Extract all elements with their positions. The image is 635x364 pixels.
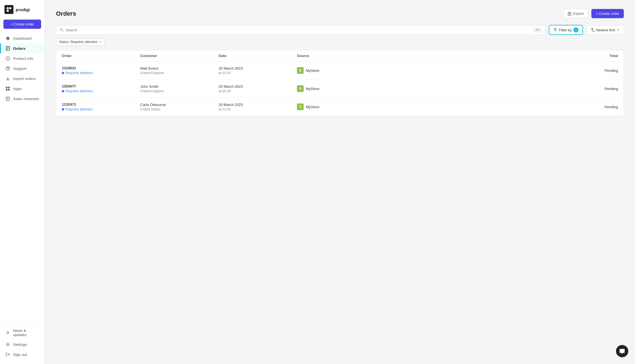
source-cell: S MyStore [297, 85, 358, 92]
sidebar-item-label: Sign out [13, 353, 27, 357]
status-dot [62, 72, 64, 74]
export-button[interactable]: Export [563, 9, 588, 18]
total-cell: Pending [358, 87, 618, 91]
support-icon [5, 66, 10, 71]
sales-icon [5, 96, 10, 101]
col-order: Order [62, 54, 140, 58]
sidebar-nav: Dashboard Orders Product info Support [0, 33, 44, 323]
date-cell: 20 March 2023 at 13:32 [219, 103, 297, 111]
logo-text: prodigi [16, 7, 30, 12]
order-id: 1132471 [62, 102, 140, 107]
sidebar-item-product-info[interactable]: Product info [0, 53, 44, 63]
col-total: Total [358, 54, 618, 58]
table-row[interactable]: 1319031 Requires attention Matt Evans Un… [56, 62, 624, 80]
svg-rect-13 [8, 87, 10, 88]
sidebar-item-apps[interactable]: Apps [0, 84, 44, 94]
order-status: Requires attention [62, 71, 93, 75]
controls-row: ⌘K Filter by 1 Newest first [56, 25, 624, 35]
sidebar-item-settings[interactable]: Settings [0, 339, 44, 349]
customer-cell: John Smith United Kingdom [140, 84, 219, 93]
col-customer: Customer [140, 54, 219, 58]
order-status: Requires attention [62, 107, 93, 111]
sidebar-item-news[interactable]: News & updates [0, 326, 44, 339]
orders-icon [5, 46, 10, 51]
logo: prodigi [0, 0, 44, 17]
news-icon [5, 330, 10, 335]
search-shortcut: ⌘K [533, 28, 542, 32]
chat-fab[interactable] [616, 345, 628, 357]
svg-line-25 [62, 31, 64, 32]
svg-rect-2 [7, 10, 9, 12]
sidebar-item-sign-out[interactable]: Sign out [0, 349, 44, 360]
logo-icon [4, 5, 13, 14]
filter-tag-remove-button[interactable]: × [99, 40, 102, 44]
product-icon [5, 56, 10, 61]
shopify-icon: S [297, 67, 304, 74]
signout-icon [5, 352, 10, 357]
page-title: Orders [56, 10, 76, 17]
table-row[interactable]: 1293677 Requires attention John Smith Un… [56, 80, 624, 98]
col-source: Source [297, 54, 358, 58]
customer-cell: Carla Osbourne United States [140, 103, 219, 111]
sort-button[interactable]: Newest first [586, 25, 624, 35]
customer-cell: Matt Evans United Kingdom [140, 66, 219, 75]
filter-button[interactable]: Filter by 1 [549, 25, 583, 35]
order-status: Requires attention [62, 89, 93, 93]
svg-point-20 [7, 344, 9, 345]
status-dot [62, 90, 64, 92]
sidebar-item-label: Import orders [13, 77, 36, 81]
sort-icon [591, 28, 594, 32]
search-icon [60, 28, 64, 32]
filter-tags: Status: Requires attention × [56, 38, 624, 46]
sidebar-item-sales-channels[interactable]: Sales channels [0, 94, 44, 104]
filter-badge: 1 [573, 27, 578, 32]
svg-rect-14 [6, 89, 8, 91]
status-dot [62, 108, 64, 110]
filter-tag-status: Status: Requires attention × [56, 38, 105, 46]
order-cell: 1132471 Requires attention [62, 102, 140, 111]
sidebar-item-label: Sales channels [13, 97, 39, 101]
sidebar: prodigi + Create order Dashboard Orders … [0, 0, 45, 364]
source-cell: S MyStore [297, 67, 358, 74]
date-cell: 20 March 2023 at 02:34 [219, 84, 297, 93]
sidebar-item-label: Support [13, 67, 26, 71]
svg-rect-1 [9, 7, 11, 9]
search-input[interactable] [66, 28, 531, 32]
apps-icon [5, 86, 10, 91]
sidebar-create-button[interactable]: + Create order [3, 20, 41, 29]
export-icon [568, 12, 571, 16]
sidebar-item-dashboard[interactable]: Dashboard [0, 33, 44, 43]
chat-icon [619, 348, 625, 354]
svg-rect-12 [6, 87, 8, 88]
create-order-button[interactable]: + Create order [591, 9, 624, 18]
import-icon [5, 76, 10, 81]
settings-icon [5, 342, 10, 347]
order-cell: 1319031 Requires attention [62, 66, 140, 75]
main-content: Orders Export + Create order ⌘K Filter b… [45, 0, 635, 364]
table-row[interactable]: 1132471 Requires attention Carla Osbourn… [56, 98, 624, 116]
sidebar-item-support[interactable]: Support [0, 63, 44, 74]
col-date: Date [219, 54, 297, 58]
table-header: Order Customer Date Source Total [56, 50, 624, 62]
total-cell: Pending [358, 68, 618, 73]
sidebar-item-label: Dashboard [13, 36, 32, 41]
svg-rect-15 [8, 89, 10, 91]
shopify-icon: S [297, 85, 304, 92]
page-header: Orders Export + Create order [56, 9, 624, 18]
sidebar-item-label: Orders [13, 46, 25, 51]
svg-point-11 [8, 69, 8, 70]
svg-rect-0 [7, 7, 9, 9]
orders-table: Order Customer Date Source Total 1319031… [56, 50, 624, 116]
source-cell: S MyStore [297, 103, 358, 110]
total-cell: Pending [358, 105, 618, 109]
sidebar-item-orders[interactable]: Orders [0, 43, 44, 53]
search-box[interactable]: ⌘K [56, 25, 545, 35]
header-actions: Export + Create order [563, 9, 624, 18]
sidebar-item-label: News & updates [13, 328, 40, 337]
sidebar-item-import-orders[interactable]: Import orders [0, 74, 44, 84]
svg-point-24 [60, 29, 62, 31]
sidebar-bottom: News & updates Settings Sign out [0, 323, 44, 364]
order-cell: 1293677 Requires attention [62, 84, 140, 93]
svg-point-9 [8, 57, 8, 58]
chevron-down-icon [617, 29, 620, 31]
